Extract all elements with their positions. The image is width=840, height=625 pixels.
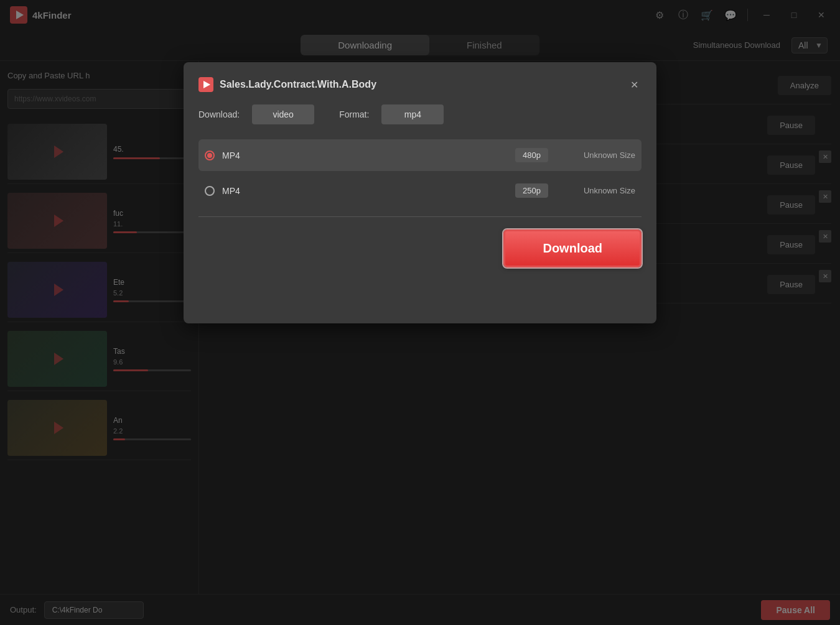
modal-download-button[interactable]: Download xyxy=(503,229,642,267)
modal-close-button[interactable]: ✕ xyxy=(627,77,642,92)
quality-row-1[interactable]: MP4 480p Unknown Size xyxy=(198,139,642,171)
modal-download-btn-wrapper: Download xyxy=(198,229,642,267)
modal-dialog: Sales.Lady.Contract.With.A.Body ✕ Downlo… xyxy=(184,62,656,323)
modal-title-bar: Sales.Lady.Contract.With.A.Body ✕ xyxy=(198,77,642,92)
quality-badge-2: 250p xyxy=(515,183,548,198)
quality-name-1: MP4 xyxy=(222,150,515,160)
modal-logo xyxy=(198,77,213,92)
modal-form-row: Download: video Format: mp4 xyxy=(198,104,642,124)
format-label: Format: xyxy=(339,109,369,119)
download-type-value: video xyxy=(252,104,314,124)
modal-title: Sales.Lady.Contract.With.A.Body xyxy=(220,79,620,90)
quality-name-2: MP4 xyxy=(222,186,515,196)
quality-options: MP4 480p Unknown Size MP4 250p Unknown S… xyxy=(198,139,642,206)
format-value: mp4 xyxy=(381,104,444,124)
quality-row-2[interactable]: MP4 250p Unknown Size xyxy=(198,175,642,206)
quality-badge-1: 480p xyxy=(515,148,548,162)
download-label: Download: xyxy=(198,109,240,119)
radio-1 xyxy=(205,150,215,160)
modal-divider xyxy=(198,216,642,217)
quality-size-2: Unknown Size xyxy=(561,186,635,195)
quality-size-1: Unknown Size xyxy=(561,150,635,160)
modal-overlay: Sales.Lady.Contract.With.A.Body ✕ Downlo… xyxy=(0,0,840,625)
radio-2 xyxy=(205,186,215,196)
